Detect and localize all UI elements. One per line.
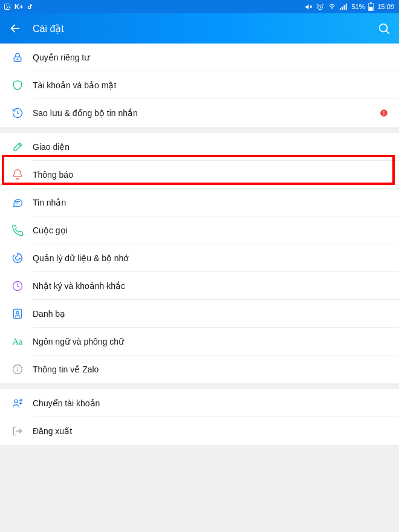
app-header: Cài đặt: [0, 13, 399, 44]
svg-rect-17: [383, 111, 384, 114]
row-label: Cuộc gọi: [33, 225, 68, 235]
svg-point-13: [380, 24, 388, 32]
page-title: Cài đặt: [33, 23, 366, 34]
svg-point-15: [17, 59, 18, 60]
back-button[interactable]: [8, 22, 22, 35]
battery-icon: [368, 2, 374, 11]
row-diary-moments[interactable]: Nhật ký và khoảnh khắc: [0, 272, 399, 300]
svg-point-23: [17, 367, 18, 368]
svg-point-1: [6, 5, 7, 7]
status-left: K+: [4, 3, 33, 10]
row-calls[interactable]: Cuộc gọi: [0, 216, 399, 244]
search-button[interactable]: [377, 22, 391, 35]
row-switch-account[interactable]: Chuyển tài khoản: [0, 389, 399, 417]
kplus-indicator: K+: [15, 3, 23, 10]
row-label: Đăng xuất: [33, 426, 72, 436]
row-label: Ngôn ngữ và phông chữ: [33, 337, 124, 346]
bell-icon: [11, 168, 24, 181]
info-icon: [11, 363, 24, 376]
donut-icon: [11, 251, 24, 265]
switch-user-icon: [11, 397, 24, 410]
svg-rect-0: [5, 4, 10, 10]
svg-rect-11: [371, 2, 372, 4]
svg-rect-12: [369, 7, 373, 10]
logout-icon: [11, 424, 24, 438]
settings-group-2: Giao diện Thông báo Tin nhắn Cuộc gọi Qu…: [0, 133, 399, 383]
group-separator: [0, 383, 399, 389]
row-language-font[interactable]: Aa Ngôn ngữ và phông chữ: [0, 328, 399, 355]
alert-icon: [380, 109, 388, 117]
alarm-icon: [316, 3, 324, 11]
svg-rect-9: [346, 4, 347, 10]
settings-group-3: Chuyển tài khoản Đăng xuất: [0, 389, 399, 445]
row-label: Chuyển tài khoản: [33, 398, 100, 408]
status-bar: K+ 51% 15:09: [0, 0, 399, 13]
row-notifications[interactable]: Thông báo: [0, 161, 399, 189]
phone-icon: [11, 224, 24, 237]
clock-icon: [11, 279, 24, 293]
brush-icon: [11, 140, 24, 154]
row-label: Giao diện: [33, 142, 70, 152]
row-label: Danh bạ: [33, 309, 65, 319]
signal-icon: [340, 3, 348, 10]
row-account-security[interactable]: Tài khoản và bảo mật: [0, 71, 399, 99]
svg-point-24: [15, 400, 18, 403]
gallery-icon: [4, 3, 11, 10]
row-contacts[interactable]: Danh bạ: [0, 300, 399, 328]
row-privacy[interactable]: Quyền riêng tư: [0, 44, 399, 71]
svg-rect-7: [342, 7, 343, 10]
row-interface[interactable]: Giao diện: [0, 133, 399, 161]
battery-percent: 51%: [351, 3, 365, 10]
lock-icon: [11, 51, 24, 64]
status-right: 51% 15:09: [305, 2, 394, 11]
row-data-storage[interactable]: Quản lý dữ liệu & bộ nhớ: [0, 244, 399, 272]
settings-group-1: Quyền riêng tư Tài khoản và bảo mật Sao …: [0, 44, 399, 127]
row-label: Tài khoản và bảo mật: [33, 80, 116, 90]
row-label: Quyền riêng tư: [33, 53, 89, 62]
tiktok-icon: [27, 3, 33, 10]
contact-icon: [11, 307, 24, 320]
group-separator: [0, 127, 399, 133]
svg-point-21: [16, 311, 19, 314]
shield-icon: [11, 79, 24, 92]
row-label: Thông tin về Zalo: [33, 365, 99, 374]
wifi-icon: [328, 3, 336, 10]
row-logout[interactable]: Đăng xuất: [0, 417, 399, 445]
chat-icon: [11, 196, 24, 209]
row-label: Thông báo: [33, 170, 73, 180]
row-backup-sync[interactable]: Sao lưu & đồng bộ tin nhắn: [0, 99, 399, 127]
clock-time: 15:09: [377, 3, 394, 10]
font-aa-icon: Aa: [11, 335, 24, 348]
row-label: Nhật ký và khoảnh khắc: [33, 281, 125, 291]
svg-point-18: [383, 114, 384, 115]
svg-rect-8: [344, 5, 345, 10]
row-about[interactable]: Thông tin về Zalo: [0, 355, 399, 383]
row-messages[interactable]: Tin nhắn: [0, 189, 399, 216]
history-icon: [11, 106, 24, 120]
row-label: Sao lưu & đồng bộ tin nhắn: [33, 108, 138, 118]
mute-icon: [305, 3, 313, 11]
svg-point-5: [332, 8, 332, 9]
row-label: Quản lý dữ liệu & bộ nhớ: [33, 253, 129, 263]
row-label: Tin nhắn: [33, 198, 66, 207]
svg-rect-6: [340, 8, 341, 10]
